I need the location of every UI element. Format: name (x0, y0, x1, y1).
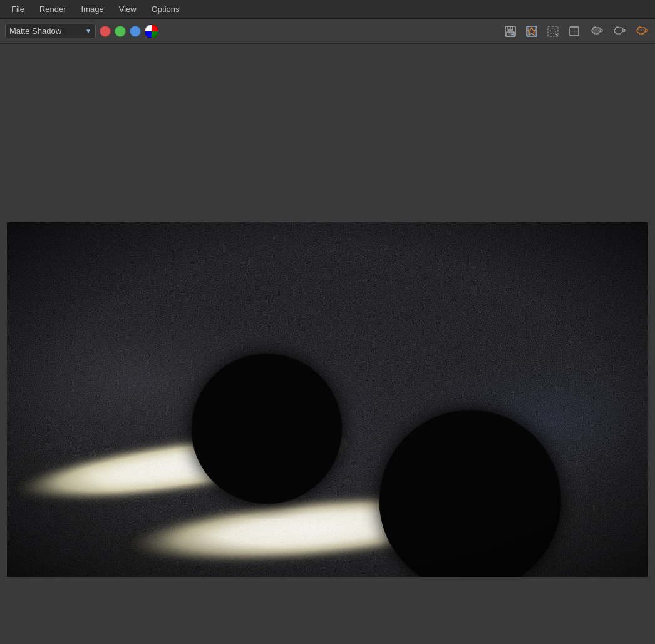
toolbar-right-icons (502, 23, 650, 39)
render-viewport (7, 222, 648, 577)
render-pass-dropdown[interactable]: Matte Shadow ▼ (5, 24, 96, 38)
menu-render[interactable]: Render (33, 2, 73, 16)
svg-rect-28 (7, 222, 648, 577)
red-channel-button[interactable] (100, 26, 111, 37)
menu-options[interactable]: Options (145, 2, 186, 16)
dropdown-value: Matte Shadow (9, 26, 61, 36)
bookmark-icon[interactable] (523, 23, 540, 39)
teapot-outline-icon[interactable] (610, 23, 627, 39)
teapot-solid-icon[interactable] (587, 23, 605, 39)
menu-image[interactable]: Image (75, 2, 110, 16)
marquee-select-icon[interactable] (545, 23, 561, 39)
green-channel-button[interactable] (115, 26, 126, 37)
render-scene (7, 222, 648, 577)
menu-file[interactable]: File (5, 2, 31, 16)
chevron-down-icon: ▼ (85, 28, 91, 34)
svg-rect-5 (508, 29, 510, 29)
crop-icon[interactable] (566, 23, 582, 39)
menu-bar: File Render Image View Options (0, 0, 655, 19)
teapot-wire-icon[interactable] (632, 23, 650, 39)
save-icon[interactable] (502, 23, 518, 39)
bottom-padding-area (0, 577, 655, 644)
toolbar: Matte Shadow ▼ (0, 19, 655, 44)
svg-point-8 (550, 29, 555, 34)
canvas-empty-area (0, 44, 655, 222)
all-channels-button[interactable] (145, 24, 158, 38)
blue-channel-button[interactable] (130, 26, 141, 37)
menu-view[interactable]: View (113, 2, 143, 16)
